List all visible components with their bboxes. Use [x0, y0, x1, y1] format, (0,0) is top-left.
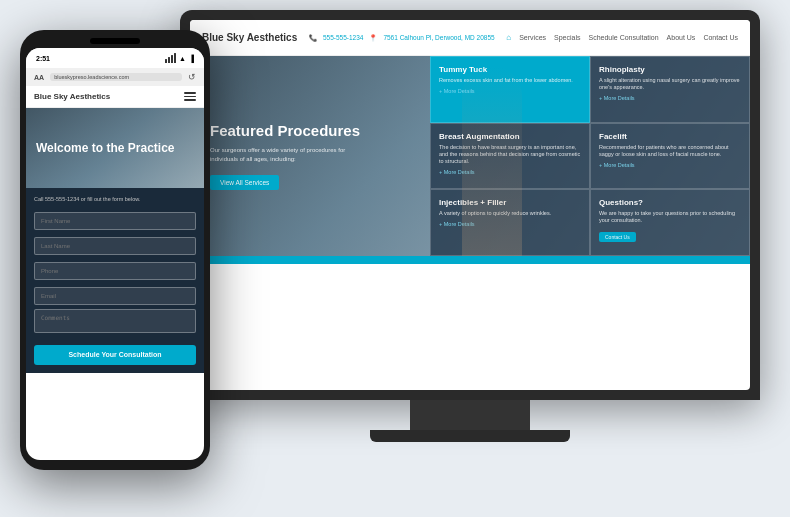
comments-textarea[interactable] — [34, 309, 196, 333]
phone-hero: Welcome to the Practice — [26, 108, 204, 188]
website-header: Blue Sky Aesthetics 📞 555-555-1234 📍 756… — [190, 20, 750, 56]
proc-desc-facelift: Recommended for patients who are concern… — [599, 144, 741, 158]
proc-more-facelift[interactable]: + More Details — [599, 162, 741, 168]
contact-address: 7561 Calhoun Pl, Derwood, MD 20855 — [383, 34, 494, 42]
phone-time: 2:51 — [36, 55, 50, 62]
phone-frame: 2:51 ▲ ▐ AA blueskypreso.leadscience.com… — [20, 30, 210, 470]
proc-more-rhinoplasty[interactable]: + More Details — [599, 95, 741, 101]
procedure-questions[interactable]: Questions? We are happy to take your que… — [590, 189, 750, 256]
nav-contact[interactable]: Contact Us — [703, 34, 738, 41]
schedule-consultation-button[interactable]: Schedule Your Consultation — [34, 345, 196, 365]
monitor-frame: Blue Sky Aesthetics 📞 555-555-1234 📍 756… — [180, 10, 760, 400]
hero-content: Featured Procedures Our surgeons offer a… — [190, 102, 390, 210]
nav-about[interactable]: About Us — [667, 34, 696, 41]
website-contact-info: 📞 555-555-1234 📍 7561 Calhoun Pl, Derwoo… — [309, 34, 495, 42]
proc-title-facelift: Facelift — [599, 132, 741, 141]
contact-phone: 555-555-1234 — [323, 34, 363, 42]
phone-status-icons: ▲ ▐ — [165, 53, 194, 63]
battery-icon: ▐ — [189, 55, 194, 62]
monitor-stand — [410, 400, 530, 430]
first-name-input[interactable] — [34, 212, 196, 230]
monitor-base — [370, 430, 570, 442]
hamburger-line-3 — [184, 99, 196, 101]
home-nav-icon[interactable]: ⌂ — [506, 33, 511, 42]
proc-desc-rhinoplasty: A slight alteration using nasal surgery … — [599, 77, 741, 91]
proc-title-rhinoplasty: Rhinoplasty — [599, 65, 741, 74]
hamburger-menu-icon[interactable] — [184, 92, 196, 101]
phone-input[interactable] — [34, 262, 196, 280]
nav-services[interactable]: Services — [519, 34, 546, 41]
phone-hero-content: Welcome to the Practice — [26, 131, 185, 165]
phone-hero-title: Welcome to the Practice — [36, 141, 175, 155]
phone-browser-bar: AA blueskypreso.leadscience.com ↺ — [26, 68, 204, 86]
phone-notch — [90, 38, 140, 44]
phone-form-section: Call 555-555-1234 or fill out the form b… — [26, 188, 204, 373]
hero-subtitle: Our surgeons offer a wide variety of pro… — [210, 146, 370, 163]
browser-url[interactable]: blueskypreso.leadscience.com — [50, 73, 182, 81]
contact-us-button[interactable]: Contact Us — [599, 232, 636, 242]
location-icon: 📍 — [369, 34, 377, 42]
view-all-services-button[interactable]: View All Services — [210, 175, 279, 190]
phone-call-text: Call 555-555-1234 or fill out the form b… — [34, 196, 196, 203]
website-hero: Featured Procedures Our surgeons offer a… — [190, 56, 750, 256]
signal-icon — [165, 53, 176, 63]
browser-reload-icon[interactable]: ↺ — [188, 72, 196, 82]
hamburger-line-1 — [184, 92, 196, 94]
hero-title: Featured Procedures — [210, 122, 370, 140]
website-logo: Blue Sky Aesthetics — [202, 32, 297, 43]
blue-bar — [190, 256, 750, 264]
phone-site-logo: Blue Sky Aesthetics — [34, 92, 110, 101]
website-nav: ⌂ Services Specials Schedule Consultatio… — [506, 33, 738, 42]
email-input[interactable] — [34, 287, 196, 305]
wifi-icon: ▲ — [179, 55, 186, 62]
last-name-input[interactable] — [34, 237, 196, 255]
proc-desc-questions: We are happy to take your questions prio… — [599, 210, 741, 224]
phone-screen: 2:51 ▲ ▐ AA blueskypreso.leadscience.com… — [26, 48, 204, 460]
phone-icon: 📞 — [309, 34, 317, 42]
procedure-facelift[interactable]: Facelift Recommended for patients who ar… — [590, 123, 750, 190]
hamburger-line-2 — [184, 96, 196, 98]
monitor-screen: Blue Sky Aesthetics 📞 555-555-1234 📍 756… — [190, 20, 750, 390]
phone-status-bar: 2:51 ▲ ▐ — [26, 48, 204, 68]
nav-schedule[interactable]: Schedule Consultation — [589, 34, 659, 41]
proc-title-questions: Questions? — [599, 198, 741, 207]
browser-aa-label: AA — [34, 74, 44, 81]
mobile-phone: 2:51 ▲ ▐ AA blueskypreso.leadscience.com… — [20, 30, 210, 470]
nav-specials[interactable]: Specials — [554, 34, 580, 41]
desktop-monitor: Blue Sky Aesthetics 📞 555-555-1234 📍 756… — [180, 10, 760, 470]
procedure-rhinoplasty[interactable]: Rhinoplasty A slight alteration using na… — [590, 56, 750, 123]
phone-site-header: Blue Sky Aesthetics — [26, 86, 204, 108]
